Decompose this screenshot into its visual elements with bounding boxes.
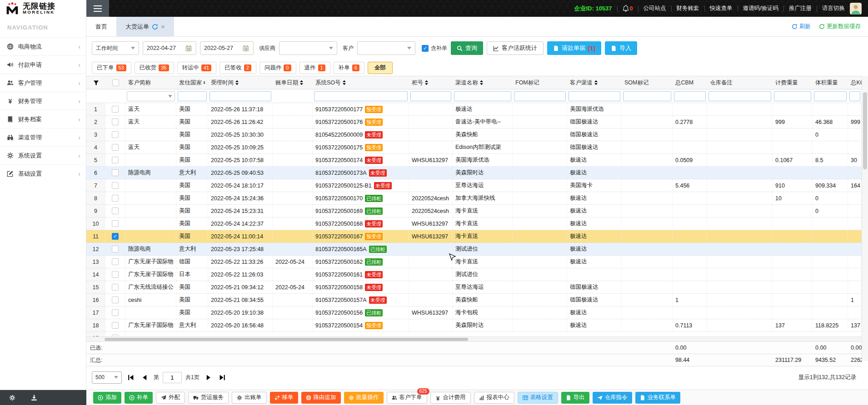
col-header-country[interactable]: 发往国家 <box>176 76 208 89</box>
refresh-button[interactable]: 刷新 <box>792 23 811 30</box>
row-checkbox[interactable] <box>112 119 119 125</box>
filter-input-cabinet[interactable] <box>410 91 451 101</box>
filter-input-so[interactable] <box>314 91 408 101</box>
table-row-13[interactable]: 13广东无崖子国际物德国2022-05-22 11:33:262022-05-2… <box>86 256 862 268</box>
table-row-1[interactable]: 1蓝天美国2022-05-26 11:37:18910537220500177预… <box>86 103 862 116</box>
scrollbar-thumb[interactable] <box>863 92 867 169</box>
topbar-menu-item-5[interactable]: 语言切换 <box>822 5 845 12</box>
sort-icon[interactable] <box>299 80 304 85</box>
scrollbar-thumb[interactable] <box>105 338 468 341</box>
select-all-checkbox[interactable] <box>112 79 119 86</box>
footer-button-1[interactable]: 补单 <box>125 392 153 404</box>
vertical-scrollbar[interactable] <box>862 76 868 361</box>
table-row-12[interactable]: 12陈源电商意大利2022-05-23 17:25:48810537220500… <box>86 243 862 256</box>
row-checkbox[interactable] <box>112 106 119 113</box>
footer-button-2[interactable]: 外配 <box>156 392 185 404</box>
row-checkbox[interactable] <box>112 271 119 278</box>
sidebar-item-1[interactable]: 付款申请‹ <box>0 55 86 74</box>
filter-input-total_kg[interactable] <box>849 91 860 101</box>
col-header-accept_time[interactable]: 受理时间 <box>208 76 273 89</box>
row-checkbox[interactable] <box>112 284 119 291</box>
col-header-cust_channel[interactable]: 客户渠道 <box>567 76 622 89</box>
status-filter-4[interactable]: 问题件0 <box>259 62 296 74</box>
row-checkbox[interactable] <box>112 322 119 329</box>
update-cache-button[interactable]: 更新数据缓存 <box>819 23 861 30</box>
sort-icon[interactable] <box>424 80 429 85</box>
filter-input-vol_weight[interactable] <box>814 91 847 101</box>
table-row-4[interactable]: 4蓝天美国2022-05-25 10:09:25910537220500175预… <box>86 141 862 154</box>
row-checkbox[interactable] <box>112 131 119 138</box>
customer-select[interactable] <box>357 41 415 55</box>
sidebar-item-2[interactable]: 客户管理‹ <box>0 74 86 92</box>
col-header-channel[interactable]: 渠道名称 <box>453 76 513 89</box>
close-icon[interactable]: × <box>161 23 165 30</box>
row-checkbox[interactable] <box>112 258 119 265</box>
status-filter-0[interactable]: 已下单53 <box>92 62 131 74</box>
filter-input-channel[interactable] <box>454 91 511 101</box>
table-row-2[interactable]: 2蓝天美国2022-05-26 11:26:42910537220500176预… <box>86 116 862 128</box>
table-row-15[interactable]: 15广东无线流链接公美国2022-05-21 09:34:122022-05-2… <box>86 281 862 294</box>
status-filter-2[interactable]: 转运中41 <box>177 62 217 74</box>
filter-input-accept_time[interactable] <box>210 91 271 101</box>
status-filter-3[interactable]: 已签收2 <box>219 62 256 74</box>
filter-input-som[interactable] <box>623 91 671 101</box>
col-header-cabinet[interactable]: 柜号 <box>409 76 453 89</box>
calendar-icon[interactable] <box>242 45 249 52</box>
topbar-menu-item-3[interactable]: 邀请码/验证码 <box>743 5 778 12</box>
calendar-icon[interactable] <box>185 45 192 52</box>
col-header-vol_weight[interactable]: 体积重量 <box>813 76 848 89</box>
gear-icon[interactable] <box>9 395 15 401</box>
filter-select-customer[interactable] <box>127 91 175 101</box>
topbar-menu-item-2[interactable]: 快速查单 <box>710 5 733 12</box>
footer-button-14[interactable]: 业务联系单 <box>635 392 681 404</box>
footer-button-12[interactable]: 导出 <box>561 392 589 404</box>
sort-icon[interactable] <box>479 80 484 85</box>
status-filter-6[interactable]: 补单6 <box>334 62 364 74</box>
row-checkbox[interactable] <box>112 246 119 252</box>
footer-button-8[interactable]: 客户下单625 <box>387 392 427 404</box>
footer-button-6[interactable]: 路由追加 <box>301 392 341 404</box>
row-checkbox[interactable] <box>112 195 119 202</box>
refresh-icon[interactable] <box>152 24 158 30</box>
table-row-5[interactable]: 5美国2022-05-25 10:07:58910537220500174未受理… <box>86 154 862 167</box>
last-page-button[interactable] <box>219 374 226 381</box>
row-checkbox[interactable] <box>112 296 119 303</box>
footer-button-5[interactable]: 移单 <box>270 392 298 404</box>
footer-button-3[interactable]: 货运服务 <box>188 392 229 404</box>
filter-input-country[interactable] <box>178 91 207 101</box>
sidebar-item-7[interactable]: 基础设置‹ <box>0 164 86 183</box>
col-header-fom[interactable]: FOM标记 <box>513 76 567 89</box>
sidebar-toggle-button[interactable] <box>86 0 109 17</box>
next-page-button[interactable] <box>205 374 212 381</box>
table-row-11[interactable]: 11✓美国2022-05-24 11:00:14910537220500167预… <box>86 230 862 243</box>
footer-button-7[interactable]: 批量操作 <box>344 392 384 404</box>
row-checkbox[interactable] <box>112 207 119 214</box>
filter-menu-button[interactable] <box>86 76 105 89</box>
customer-activity-button[interactable]: 客户活跃统计 <box>487 41 544 55</box>
include-supplement-checkbox[interactable]: ✓ 含补单 <box>422 44 447 52</box>
notifications-button[interactable]: 0 <box>623 5 633 12</box>
status-filter-5[interactable]: 退件1 <box>299 62 330 74</box>
table-row-18[interactable]: 18广东无崖子国际物意大利2022-05-20 16:56:4891053722… <box>86 319 862 332</box>
row-checkbox[interactable]: ✓ <box>112 233 119 240</box>
table-row-6[interactable]: 6陈源电商意大利2022-05-25 09:40:538105372205001… <box>86 167 862 179</box>
row-checkbox[interactable] <box>112 182 119 189</box>
sort-icon[interactable] <box>203 80 205 85</box>
topbar-menu-item-4[interactable]: 推广注册 <box>789 5 812 12</box>
date-to-input[interactable] <box>204 45 239 51</box>
topbar-menu-item-0[interactable]: 公司站点 <box>644 5 666 12</box>
col-header-note[interactable]: 仓库备注 <box>707 76 773 89</box>
sidebar-item-6[interactable]: 系统设置‹ <box>0 146 86 164</box>
footer-button-0[interactable]: 添加 <box>93 392 121 404</box>
footer-button-10[interactable]: 报表中心 <box>474 392 514 404</box>
table-row-14[interactable]: 14广东无崖子国际物日本2022-05-22 11:26:03910537220… <box>86 268 862 281</box>
filter-input-note[interactable] <box>708 91 771 101</box>
table-row-8[interactable]: 8美国2022-05-24 15:24:36910537220500170已排柜… <box>86 192 862 205</box>
row-checkbox[interactable] <box>112 220 119 227</box>
page-number-input[interactable] <box>163 372 182 383</box>
tab-1[interactable]: 大货运单× <box>116 17 174 36</box>
topbar-menu-item-1[interactable]: 财务账套 <box>677 5 699 12</box>
footer-button-11[interactable]: 表格设置 <box>518 392 558 404</box>
table-row-16[interactable]: 16ceshi美国2022-05-21 08:34:55910537220500… <box>86 294 862 306</box>
import-button[interactable]: 导入 <box>605 41 637 55</box>
